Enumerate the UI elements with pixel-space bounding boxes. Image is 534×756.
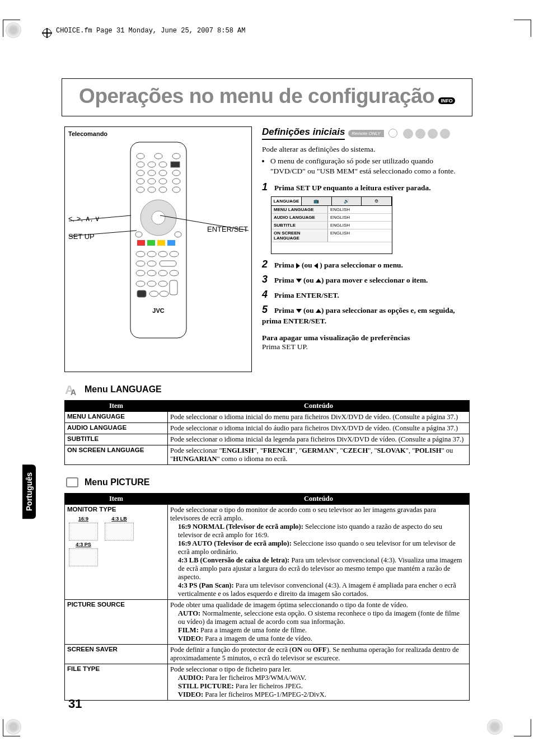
setup-tab-icon: 🔊 — [332, 197, 362, 205]
row-item: MENU LANGUAGE — [65, 412, 168, 423]
row-content: Pode seleccionar "ENGLISH", "FRENCH", "G… — [168, 445, 470, 465]
row-item: PICTURE SOURCE — [65, 600, 168, 645]
row-item: FILE TYPE — [65, 664, 168, 701]
row-content: Pode seleccionar o idioma inicial do áud… — [168, 423, 470, 434]
setup-screen-illustration: LANGUAGE 📺 🔊 ⚙ MENU LANGUAGEENGLISHAUDIO… — [271, 196, 392, 254]
step-text: Prima (ou ) para mover e seleccionar o i… — [274, 276, 428, 284]
svg-text:A: A — [71, 388, 76, 396]
page-title-banner: Operações no menu de configuração INFO — [62, 78, 472, 116]
language-table: Item Conteúdo MENU LANGUAGEPode seleccio… — [64, 400, 470, 465]
row-item: AUDIO LANGUAGE — [65, 423, 168, 434]
print-registration-icon — [487, 719, 503, 735]
row-item: MONITOR TYPE 16:9 4:3 LB 4:3 PS — [65, 505, 168, 600]
monitor-type-thumbnails: 16:9 4:3 LB 4:3 PS — [67, 516, 165, 567]
row-item: ON SCREEN LANGUAGE — [65, 445, 168, 465]
page-number: 31 — [68, 697, 82, 711]
disc-icon — [388, 129, 397, 138]
language-side-tab: Português — [22, 464, 36, 519]
step-number: 5 — [262, 304, 270, 316]
section-title-definitions: Definições iniciais — [262, 126, 345, 140]
remote-callout-arrows: <, >, ∧, ∨ — [68, 214, 100, 223]
step-text: Prima ENTER/SET. — [274, 291, 339, 299]
row-item: SUBTITLE — [65, 434, 168, 445]
print-registration-icon — [6, 719, 21, 735]
erase-title: Para apagar uma visualização de preferên… — [262, 334, 410, 342]
crop-mark — [514, 20, 531, 37]
intro-text: Pode alterar as definições do sistema. — [262, 144, 470, 154]
setup-tab-icon: ⚙ — [362, 197, 392, 205]
row-content: Pode obter uma qualidade de imagem óptim… — [168, 600, 470, 645]
menu-picture-heading: Menu PICTURE — [85, 477, 149, 487]
row-content: Pode seleccionar o tipo do monitor de ac… — [168, 505, 470, 600]
step-text: Prima (ou ) para seleccionar o menu. — [274, 261, 403, 269]
media-dots-icon — [401, 128, 450, 138]
remote-callout-enter: ENTER/SET — [207, 225, 248, 233]
setup-tab-language: LANGUAGE — [271, 197, 302, 205]
picture-table: Item Conteúdo MONITOR TYPE 16:9 4:3 LB 4… — [64, 493, 470, 701]
setup-tab-icon: 📺 — [302, 197, 332, 205]
info-badge-icon: INFO — [438, 97, 455, 104]
row-content: Pode seleccionar o idioma inicial da leg… — [168, 434, 470, 445]
intro-bullet: O menu de configuração só pode ser utili… — [270, 156, 470, 176]
th-item: Item — [65, 401, 168, 412]
th-item: Item — [65, 494, 168, 505]
row-content: Pode definir a função do protector de ec… — [168, 645, 470, 664]
remote-only-badge: Remote ONLY — [348, 130, 383, 137]
document-meta: CHOICE.fm Page 31 Monday, June 25, 2007 … — [56, 27, 245, 35]
language-icon: AA — [64, 382, 80, 397]
step-number: 3 — [262, 274, 270, 285]
picture-icon — [64, 475, 80, 490]
row-content: Pode seleccionar o idioma inicial do men… — [168, 412, 470, 423]
remote-diagram: Telecomando — [64, 126, 252, 372]
step-number: 4 — [262, 289, 270, 300]
erase-body: Prima SET UP. — [262, 342, 308, 351]
svg-rect-52 — [67, 478, 78, 487]
page-title: Operações no menu de configuração — [79, 84, 434, 107]
print-registration-icon — [6, 22, 21, 38]
remote-callout-setup: SET UP — [68, 232, 95, 241]
crop-mark — [514, 719, 531, 736]
step-number: 2 — [262, 259, 270, 270]
row-item: SCREEN SAVER — [65, 645, 168, 664]
step-text: Prima (ou ) para seleccionar as opções e… — [262, 306, 455, 325]
th-content: Conteúdo — [168, 401, 470, 412]
menu-language-heading: Menu LANGUAGE — [85, 384, 162, 395]
step-number: 1 — [262, 181, 270, 193]
row-content: Pode seleccionar o tipo de ficheiro para… — [168, 664, 470, 701]
th-content: Conteúdo — [168, 494, 470, 505]
step-text: Prima SET UP enquanto a leitura estiver … — [274, 184, 431, 192]
callout-lines — [65, 127, 252, 365]
